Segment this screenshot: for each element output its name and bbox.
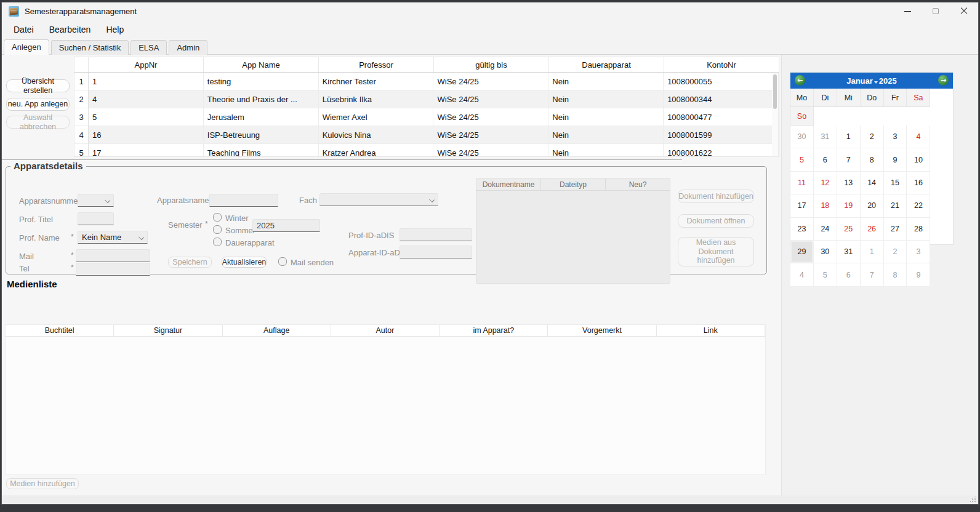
- table-row[interactable]: 11testingKirchner TesterWiSe 24/25Nein10…: [74, 73, 779, 90]
- calendar-day[interactable]: 8: [884, 263, 907, 286]
- col-kontonr[interactable]: KontoNr: [664, 57, 779, 72]
- calendar-day[interactable]: 3: [907, 241, 930, 263]
- calendar-day[interactable]: 1: [861, 241, 884, 263]
- calendar-day[interactable]: 16: [907, 172, 930, 194]
- table-cell: 1008000055: [664, 73, 779, 90]
- apparatsname-field[interactable]: [209, 194, 278, 207]
- calendar-day[interactable]: 1: [837, 126, 861, 148]
- calendar-day[interactable]: 28: [907, 218, 930, 241]
- calendar-day[interactable]: 30: [814, 241, 837, 263]
- calendar-day[interactable]: 17: [790, 194, 814, 217]
- prof-titel-field[interactable]: [78, 212, 114, 225]
- calendar-day[interactable]: 29: [790, 241, 814, 263]
- menu-help[interactable]: Help: [100, 22, 130, 37]
- calendar-day[interactable]: 7: [861, 263, 884, 286]
- calendar-day[interactable]: 20: [861, 194, 884, 217]
- prof-id-adis-field[interactable]: [400, 228, 472, 241]
- media-column-header[interactable]: Vorgemerkt: [548, 325, 656, 336]
- col-app-name[interactable]: App Name: [204, 57, 319, 72]
- calendar-month[interactable]: Januar: [846, 76, 873, 86]
- mail-field[interactable]: [76, 249, 150, 262]
- aktualisieren-button[interactable]: Aktualisieren: [222, 257, 267, 268]
- apparate-table[interactable]: AppNr App Name Professor gültig bis Daue…: [74, 57, 779, 157]
- calendar-day[interactable]: 26: [861, 218, 884, 241]
- mail-senden-radio[interactable]: [278, 257, 287, 266]
- calendar-next-month-button[interactable]: →: [938, 75, 949, 86]
- col-gueltig-bis[interactable]: gültig bis: [434, 57, 549, 72]
- media-column-header[interactable]: Link: [657, 325, 765, 336]
- row-number-cell: 1: [74, 73, 89, 90]
- calendar-day[interactable]: 15: [884, 172, 907, 194]
- media-column-header[interactable]: im Apparat?: [440, 325, 548, 336]
- calendar-day[interactable]: 27: [884, 218, 907, 241]
- calendar-day[interactable]: 31: [837, 241, 861, 263]
- calendar-day[interactable]: 25: [837, 218, 861, 241]
- table-cell: Teaching Films: [204, 144, 319, 157]
- fach-combobox[interactable]: [319, 193, 438, 206]
- calendar-day[interactable]: 6: [837, 263, 861, 286]
- calendar-day[interactable]: 31: [814, 126, 837, 148]
- col-dauerapparat[interactable]: Dauerapparat: [549, 57, 664, 72]
- splitter-handle[interactable]: [2, 159, 682, 160]
- calendar-day[interactable]: 2: [884, 241, 907, 263]
- media-column-header[interactable]: Buchtitel: [6, 325, 114, 336]
- calendar-day[interactable]: 5: [814, 263, 837, 286]
- calendar-day[interactable]: 22: [907, 194, 930, 217]
- tab-elsa[interactable]: ELSA: [131, 40, 167, 55]
- calendar-day[interactable]: 23: [790, 218, 814, 241]
- semester-year-field[interactable]: 2025: [252, 219, 320, 232]
- calendar-day[interactable]: 3: [884, 126, 907, 148]
- tel-field[interactable]: [76, 263, 150, 276]
- uebersicht-erstellen-button[interactable]: Übersicht erstellen: [6, 79, 70, 92]
- calendar-day[interactable]: 6: [814, 148, 837, 171]
- tab-admin[interactable]: Admin: [169, 40, 207, 55]
- winter-radio[interactable]: [213, 213, 222, 222]
- menu-bearbeiten[interactable]: Bearbeiten: [43, 22, 97, 37]
- calendar-day[interactable]: 11: [790, 172, 814, 194]
- calendar-day[interactable]: 4: [790, 263, 814, 286]
- calendar-day[interactable]: 21: [884, 194, 907, 217]
- calendar-day[interactable]: 24: [814, 218, 837, 241]
- calendar-day[interactable]: 9: [884, 148, 907, 171]
- calendar-day[interactable]: 8: [861, 148, 884, 171]
- calendar-day[interactable]: 7: [837, 148, 861, 171]
- resize-grip-icon[interactable]: [970, 497, 976, 503]
- table-scrollbar-thumb[interactable]: [773, 74, 777, 109]
- table-row[interactable]: 416ISP-BetreuungKulovics NinaWiSe 24/25N…: [74, 126, 779, 144]
- sommer-radio[interactable]: [213, 225, 222, 234]
- calendar-day[interactable]: 19: [837, 194, 861, 217]
- tab-suchen-statistik[interactable]: Suchen / Statistik: [51, 40, 129, 55]
- table-row[interactable]: 35JerusalemWiemer AxelWiSe 24/25Nein1008…: [74, 108, 779, 126]
- tel-required: *: [71, 263, 74, 272]
- calendar-day[interactable]: 13: [837, 172, 861, 194]
- calendar-day[interactable]: 18: [814, 194, 837, 217]
- calendar-day[interactable]: 12: [814, 172, 837, 194]
- col-appnr[interactable]: AppNr: [89, 57, 204, 72]
- table-row[interactable]: 517Teaching FilmsKratzer AndreaWiSe 24/2…: [74, 144, 779, 157]
- close-button[interactable]: [950, 2, 978, 20]
- calendar-day[interactable]: 14: [861, 172, 884, 194]
- calendar-prev-month-button[interactable]: ←: [795, 75, 805, 86]
- calendar-day[interactable]: 9: [907, 263, 930, 286]
- media-column-header[interactable]: Auflage: [223, 325, 331, 336]
- calendar-day[interactable]: 2: [861, 126, 884, 148]
- media-column-header[interactable]: Signatur: [114, 325, 222, 336]
- prof-name-combobox[interactable]: Kein Name: [78, 231, 148, 244]
- table-scrollbar[interactable]: [772, 73, 778, 156]
- apparatsnummer-combobox[interactable]: [78, 194, 114, 207]
- calendar-day[interactable]: 4: [907, 126, 930, 148]
- table-row[interactable]: 24Theorie und Praxis der ...Lüsebrink Il…: [74, 90, 779, 108]
- dauerapparat-radio[interactable]: [213, 238, 222, 246]
- calendar-day[interactable]: 30: [790, 126, 814, 148]
- calendar-day[interactable]: 5: [790, 148, 814, 171]
- calendar-year[interactable]: 2025: [879, 76, 897, 86]
- maximize-button[interactable]: [922, 2, 950, 20]
- media-column-header[interactable]: Autor: [331, 325, 440, 336]
- neue-app-anlegen-button[interactable]: neu. App anlegen: [6, 98, 70, 111]
- col-professor[interactable]: Professor: [319, 57, 434, 72]
- minimize-button[interactable]: [893, 2, 922, 20]
- menu-datei[interactable]: Datei: [7, 22, 40, 37]
- calendar-day[interactable]: 10: [907, 148, 930, 171]
- tab-anlegen[interactable]: Anlegen: [4, 39, 49, 55]
- apparat-id-adis-field[interactable]: [400, 246, 472, 258]
